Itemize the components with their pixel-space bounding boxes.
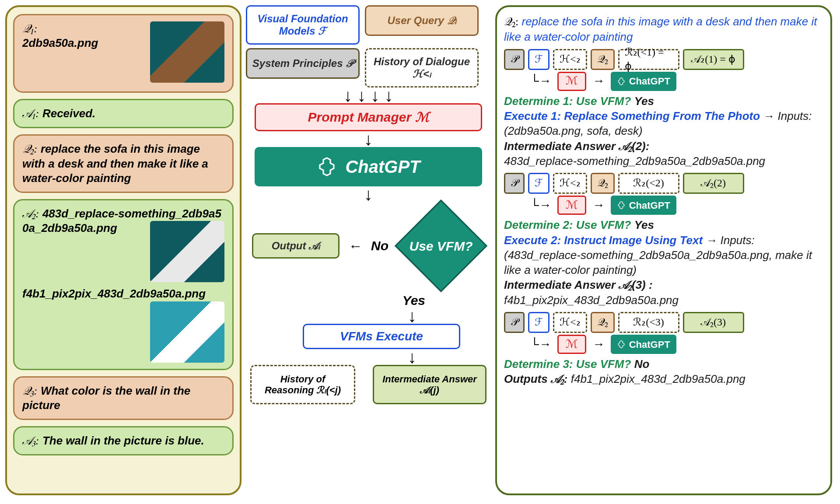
r-chatgpt-3: ChatGPT: [611, 335, 676, 354]
decision-diamond: Use VFM?: [397, 202, 485, 290]
arrow-icon: ↓: [364, 190, 373, 199]
tok-p: 𝒫: [504, 49, 525, 70]
execute-1: Execute 1: Replace Something From The Ph…: [504, 108, 823, 139]
a3-label: 𝒜₃:: [22, 434, 39, 447]
arrow-icon: ↓: [364, 135, 373, 144]
openai-logo-icon: [617, 201, 626, 210]
tok-q: 𝒬₂: [591, 49, 615, 70]
decision-text: Use VFM?: [397, 202, 485, 290]
inputs-row-bottom: System Principles 𝒫 History of Dialogue …: [246, 48, 491, 88]
tok-r1: ℛ₂(<1) = ϕ: [618, 49, 679, 70]
r-q2: 𝒬₂: replace the sofa in this image with …: [504, 14, 823, 45]
tok-r3: ℛ₂(<3): [618, 312, 679, 333]
r-chatgpt-2: ChatGPT: [611, 196, 676, 215]
connector-icon: └→: [530, 197, 551, 214]
dialogue-panel: 𝒬₁: 2db9a50a.png 𝒜₁: Received. 𝒬₂: repla…: [5, 5, 242, 495]
arrow-right-icon: →: [592, 73, 605, 89]
walkthrough-column: 𝒬₂: replace the sofa in this image with …: [495, 5, 832, 499]
connector-icon: └→: [530, 336, 551, 353]
r-q2-text: replace the sofa in this image with a de…: [504, 15, 817, 43]
decision-row: Output 𝒜ᵢ ← No Use VFM?: [252, 202, 485, 290]
output-a-box: Output 𝒜ᵢ: [252, 233, 340, 259]
q3-text: What color is the wall in the picture: [22, 384, 190, 412]
determine-2: Determine 2: Use VFM? Yes: [504, 217, 823, 232]
openai-logo-icon: [617, 340, 626, 349]
a2-file2: f4b1_pix2pix_483d_2db9a50a.png: [22, 287, 206, 300]
r-chatgpt-1: ChatGPT: [611, 72, 676, 91]
flowline-1: └→ ℳ → ChatGPT: [504, 72, 823, 91]
q3-label: 𝒬₃:: [22, 385, 38, 397]
determine-1: Determine 1: Use VFM? Yes: [504, 94, 823, 108]
q1-bubble: 𝒬₁: 2db9a50a.png: [13, 14, 234, 93]
tok-f: ℱ: [528, 49, 550, 70]
user-query-box: User Query 𝒬ᵢ: [365, 5, 479, 36]
arrow-left-icon: ←: [348, 238, 362, 254]
system-principles-box: System Principles 𝒫: [246, 48, 360, 79]
inputs-row-top: Visual Foundation Models ℱ User Query 𝒬ᵢ: [246, 5, 491, 45]
arrow-icon: ↓: [408, 353, 416, 361]
chatgpt-label: ChatGPT: [345, 157, 420, 177]
tok-r2: ℛ₂(<2): [618, 173, 679, 194]
a1-text: Received.: [42, 107, 95, 120]
connector-icon: └→: [530, 73, 551, 89]
arrow-icon: ↓ ↓ ↓ ↓: [343, 91, 393, 100]
a2-bubble: 𝒜₂: 483d_replace-something_2db9a50a_2db9…: [13, 199, 234, 370]
no-label: No: [371, 238, 388, 253]
intermediate-3-lbl: Intermediate Answer 𝒜₂(3) :: [504, 277, 823, 292]
q2-text: replace the sofa in this image with a de…: [22, 142, 208, 185]
arrow-icon: ↓: [408, 312, 416, 320]
yes-label: Yes: [402, 293, 425, 308]
arrow-right-icon: →: [592, 197, 605, 214]
chatgpt-box: ChatGPT: [255, 147, 482, 186]
q1-label: 𝒬₁:: [22, 22, 38, 35]
a2-label: 𝒜₂:: [22, 207, 39, 220]
vfm-execute-box: VFMs Execute: [303, 324, 460, 349]
a2-image-painting: [150, 301, 224, 363]
a3-bubble: 𝒜₃: The wall in the picture is blue.: [13, 426, 234, 455]
q1-filename: 2db9a50a.png: [22, 36, 98, 49]
dialogue-column: 𝒬₁: 2db9a50a.png 𝒜₁: Received. 𝒬₂: repla…: [5, 5, 242, 499]
state-row-1: 𝒫 ℱ ℋ<₂ 𝒬₂ ℛ₂(<1) = ϕ 𝒜₂(1) = ϕ: [504, 49, 823, 70]
prompt-manager-box: Prompt Manager ℳ: [255, 103, 482, 131]
a1-label: 𝒜₁:: [22, 107, 39, 120]
history-dialogue-box: History of Dialogue ℋ<ᵢ: [365, 48, 479, 88]
tok-a1: 𝒜₂(1) = ϕ: [683, 49, 744, 70]
openai-logo-icon: [316, 156, 337, 177]
execute-2: Execute 2: Instruct Image Using Text → I…: [504, 233, 823, 278]
q1-image-sofa: [150, 21, 224, 83]
vfm-models-box: Visual Foundation Models ℱ: [246, 5, 360, 45]
intermediate-2-val: 483d_replace-something_2db9a50a_2db9a50a…: [504, 154, 823, 168]
openai-logo-icon: [617, 77, 626, 86]
determine-3: Determine 3: Use VFM? No: [504, 357, 823, 371]
a2-image-desk: [150, 221, 224, 282]
outputs-line: Outputs 𝒜₂: f4b1_pix2pix_483d_2db9a50a.p…: [504, 371, 823, 386]
state-row-3: 𝒫 ℱ ℋ<₂ 𝒬₂ ℛ₂(<3) 𝒜₂(3): [504, 312, 823, 333]
a3-text: The wall in the picture is blue.: [42, 434, 204, 447]
tok-m: ℳ: [557, 72, 586, 91]
a1-bubble: 𝒜₁: Received.: [13, 99, 234, 128]
flowchart-column: Visual Foundation Models ℱ User Query 𝒬ᵢ…: [246, 5, 491, 499]
tok-a3: 𝒜₂(3): [683, 312, 744, 333]
flowline-3: └→ ℳ → ChatGPT: [504, 335, 823, 354]
walkthrough-panel: 𝒬₂: replace the sofa in this image with …: [495, 5, 832, 495]
intermediate-2-lbl: Intermediate Answer 𝒜₂(2):: [504, 139, 823, 154]
history-reasoning-box: History of Reasoning ℛᵢ(<j): [250, 365, 355, 404]
intermediate-answer-box: Intermediate Answer 𝒜ᵢ(j): [373, 365, 486, 404]
q2-bubble: 𝒬₂: replace the sofa in this image with …: [13, 134, 234, 193]
tok-a2: 𝒜₂(2): [683, 173, 744, 194]
bottom-outputs-row: History of Reasoning ℛᵢ(<j) Intermediate…: [250, 365, 486, 404]
flowline-2: └→ ℳ → ChatGPT: [504, 196, 823, 215]
q2-label: 𝒬₂:: [22, 143, 38, 155]
state-row-2: 𝒫 ℱ ℋ<₂ 𝒬₂ ℛ₂(<2) 𝒜₂(2): [504, 173, 823, 194]
intermediate-3-val: f4b1_pix2pix_483d_2db9a50a.png: [504, 293, 823, 308]
arrow-right-icon: →: [592, 336, 605, 353]
tok-h: ℋ<₂: [553, 49, 587, 70]
q3-bubble: 𝒬₃: What color is the wall in the pictur…: [13, 376, 234, 420]
